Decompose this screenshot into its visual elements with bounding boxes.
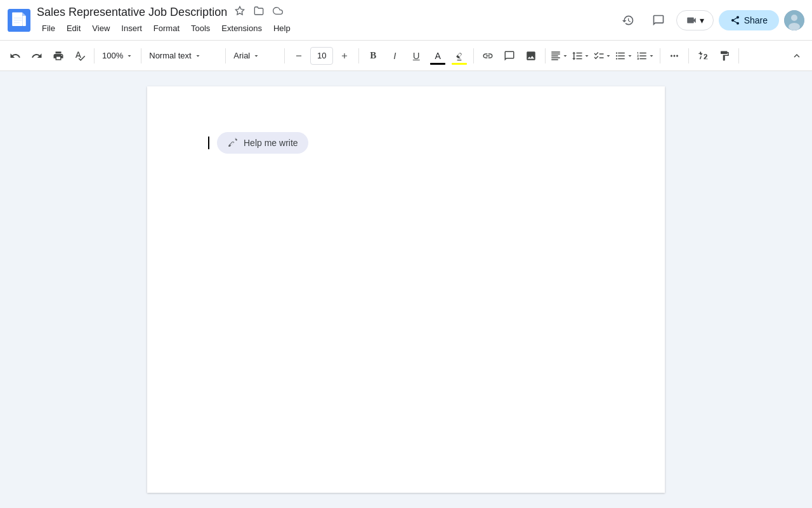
- image-button[interactable]: [521, 46, 541, 66]
- svg-rect-1: [12, 12, 22, 26]
- folder-button[interactable]: [251, 4, 266, 20]
- toolbar: 100% Normal text Arial 10 B I U A: [0, 41, 812, 71]
- numbered-list-button[interactable]: [636, 46, 656, 66]
- document-area: Help me write: [0, 71, 812, 508]
- share-label: Share: [744, 15, 768, 25]
- doc-title: Sales Representative Job Description: [37, 4, 615, 20]
- divider-8: [660, 48, 660, 64]
- svg-point-9: [791, 15, 797, 21]
- font-selector[interactable]: Arial: [230, 48, 280, 63]
- svg-point-10: [789, 23, 800, 30]
- svg-rect-4: [14, 17, 22, 18]
- divider-4: [284, 48, 285, 64]
- underline-button[interactable]: U: [406, 46, 426, 66]
- text-cursor: [208, 137, 209, 149]
- share-button[interactable]: Share: [719, 10, 779, 30]
- paint-format-button[interactable]: [714, 46, 735, 66]
- link-button[interactable]: [478, 46, 498, 66]
- history-button[interactable]: [615, 8, 641, 33]
- highlight-underline: [452, 63, 467, 65]
- text-style-selector[interactable]: Normal text: [145, 48, 221, 63]
- subscript-button[interactable]: [693, 46, 713, 66]
- highlight-button[interactable]: [449, 46, 469, 66]
- menu-format[interactable]: Format: [148, 21, 185, 36]
- increase-font-button[interactable]: [334, 46, 355, 66]
- user-avatar[interactable]: [784, 10, 804, 30]
- help-me-write-label: Help me write: [244, 138, 298, 148]
- sparkle-pencil-icon: [227, 137, 239, 149]
- font-size-input[interactable]: 10: [310, 47, 333, 65]
- divider-7: [545, 48, 546, 64]
- bullet-list-button[interactable]: [614, 46, 634, 66]
- menu-bar: File Edit View Insert Format Tools Exten…: [37, 21, 615, 36]
- zoom-selector[interactable]: 100%: [98, 48, 137, 63]
- spellcheck-button[interactable]: [70, 46, 90, 66]
- decrease-font-button[interactable]: [289, 46, 309, 66]
- meet-label: ▾: [700, 15, 704, 25]
- menu-tools[interactable]: Tools: [186, 21, 215, 36]
- more-options-button[interactable]: [664, 46, 684, 66]
- menu-view[interactable]: View: [87, 21, 115, 36]
- doc-title-text[interactable]: Sales Representative Job Description: [37, 6, 227, 19]
- title-bar: Sales Representative Job Description Fil…: [0, 0, 812, 41]
- divider-10: [738, 48, 739, 64]
- line-spacing-button[interactable]: [571, 46, 591, 66]
- zoom-label: 100%: [102, 51, 123, 60]
- menu-insert[interactable]: Insert: [116, 21, 147, 36]
- cursor-line: Help me write: [208, 132, 604, 154]
- divider-5: [358, 48, 359, 64]
- print-button[interactable]: [48, 46, 69, 66]
- svg-rect-3: [22, 15, 25, 25]
- bold-button[interactable]: B: [363, 46, 383, 66]
- menu-edit[interactable]: Edit: [62, 21, 86, 36]
- svg-rect-6: [14, 22, 20, 23]
- comments-button[interactable]: [646, 8, 671, 33]
- menu-file[interactable]: File: [37, 21, 60, 36]
- title-section: Sales Representative Job Description Fil…: [37, 4, 615, 36]
- divider-9: [688, 48, 689, 64]
- divider-3: [225, 48, 226, 64]
- checklist-button[interactable]: [593, 46, 613, 66]
- meet-button[interactable]: ▾: [676, 10, 714, 30]
- menu-extensions[interactable]: Extensions: [216, 21, 267, 36]
- title-icons: [232, 4, 285, 20]
- text-color-underline: [430, 63, 445, 65]
- cloud-button[interactable]: [270, 4, 285, 20]
- redo-button[interactable]: [27, 46, 47, 66]
- text-style-label: Normal text: [149, 51, 191, 60]
- divider-2: [141, 48, 141, 64]
- document-page[interactable]: Help me write: [147, 86, 665, 493]
- title-bar-right: ▾ Share: [615, 8, 804, 33]
- text-color-button[interactable]: A: [428, 46, 448, 66]
- divider-6: [473, 48, 474, 64]
- italic-button[interactable]: I: [384, 46, 405, 66]
- font-label: Arial: [233, 51, 250, 60]
- collapse-toolbar-button[interactable]: [787, 46, 807, 66]
- comment-button[interactable]: [499, 46, 520, 66]
- align-button[interactable]: [549, 46, 570, 66]
- star-button[interactable]: [232, 4, 247, 20]
- menu-help[interactable]: Help: [268, 21, 296, 36]
- svg-rect-5: [14, 20, 22, 21]
- divider-1: [94, 48, 95, 64]
- svg-marker-7: [235, 6, 244, 15]
- help-me-write-button[interactable]: Help me write: [217, 132, 308, 154]
- google-docs-icon: [8, 9, 30, 32]
- undo-button[interactable]: [5, 46, 25, 66]
